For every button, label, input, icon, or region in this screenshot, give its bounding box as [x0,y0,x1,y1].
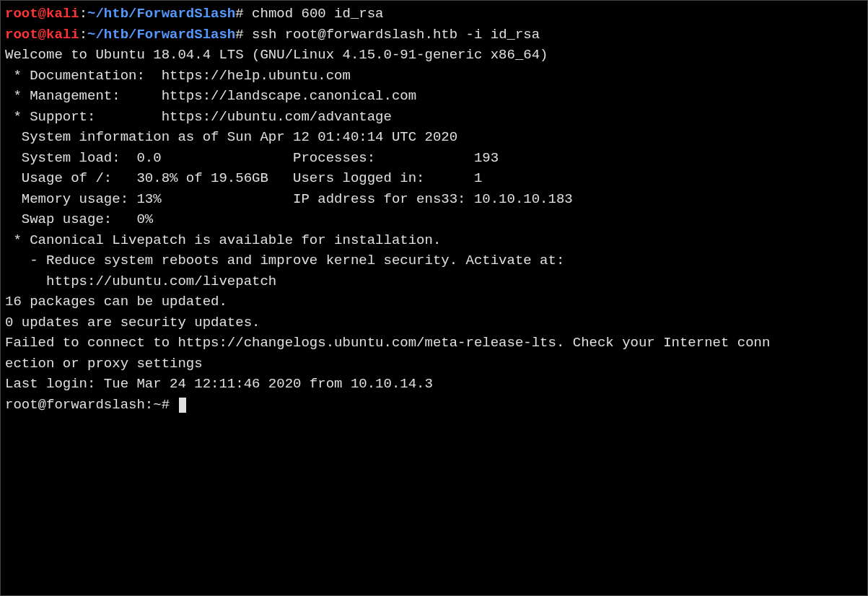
support-line: * Support: https://ubuntu.com/advantage [5,107,863,128]
prompt-colon: : [79,6,87,22]
updates-line-1: 16 packages can be updated. [5,292,863,312]
management-line: * Management: https://landscape.canonica… [5,86,863,107]
prompt-path: ~/htb/ForwardSlash [87,27,235,43]
sysinfo-header: System information as of Sun Apr 12 01:4… [5,127,863,148]
livepatch-line-2: - Reduce system reboots and improve kern… [5,250,863,271]
livepatch-line-1: * Canonical Livepatch is available for i… [5,230,863,251]
welcome-line: Welcome to Ubuntu 18.04.4 LTS (GNU/Linux… [5,45,863,66]
terminal-output[interactable]: root@kali:~/htb/ForwardSlash# chmod 600 … [5,4,863,415]
livepatch-line-3: https://ubuntu.com/livepatch [5,271,863,292]
stat-line-4: Swap usage: 0% [5,209,863,230]
stat-line-3: Memory usage: 13% IP address for ens33: … [5,189,863,210]
final-prompt: root@forwardslash:~# [5,397,177,413]
prompt-line-1: root@kali:~/htb/ForwardSlash# chmod 600 … [5,4,863,25]
prompt-hash: # [235,6,243,22]
prompt-hash: # [235,27,243,43]
documentation-line: * Documentation: https://help.ubuntu.com [5,66,863,87]
prompt-colon: : [79,27,87,43]
last-login-line: Last login: Tue Mar 24 12:11:46 2020 fro… [5,374,863,395]
updates-line-2: 0 updates are security updates. [5,312,863,333]
prompt-user: root@kali [5,6,79,22]
prompt-line-2: root@kali:~/htb/ForwardSlash# ssh root@f… [5,25,863,45]
fail-line-2: ection or proxy settings [5,354,863,374]
command-chmod: chmod 600 id_rsa [252,6,383,22]
cursor [179,398,186,413]
command-text [244,27,252,43]
command-text [244,6,252,22]
fail-line-1: Failed to connect to https://changelogs.… [5,333,863,354]
stat-line-2: Usage of /: 30.8% of 19.56GB Users logge… [5,168,863,189]
command-ssh: ssh root@forwardslash.htb -i id_rsa [252,27,540,43]
final-prompt-line[interactable]: root@forwardslash:~# [5,395,863,416]
stat-line-1: System load: 0.0 Processes: 193 [5,148,863,169]
prompt-user: root@kali [5,27,79,43]
prompt-path: ~/htb/ForwardSlash [87,6,235,22]
